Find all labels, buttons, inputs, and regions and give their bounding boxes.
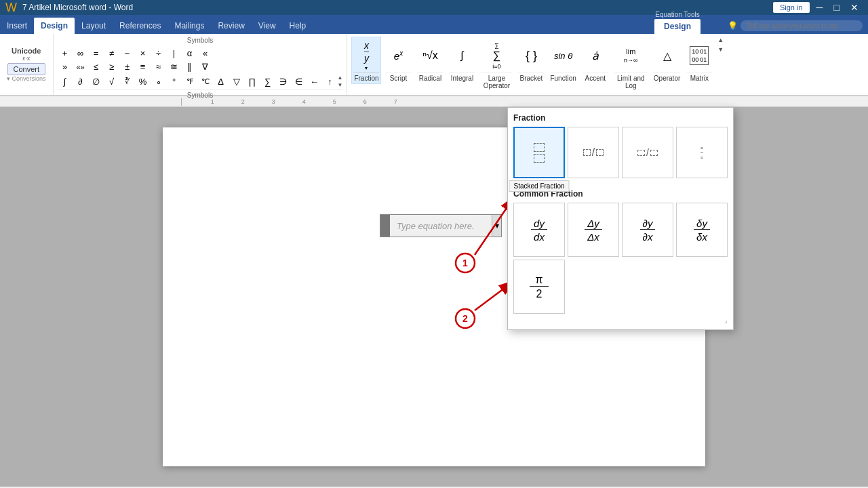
skewed-fraction-tile[interactable]: /: [568, 127, 619, 178]
sym-sum[interactable]: ∑: [260, 75, 275, 88]
ribbon-tab-layout[interactable]: Layout: [75, 18, 113, 34]
ribbon-tab-review[interactable]: Review: [211, 18, 251, 34]
equation-handle[interactable]: [380, 215, 390, 237]
tell-me-input[interactable]: [741, 20, 863, 31]
delta-small-y-x-tile[interactable]: δy δx: [676, 203, 728, 257]
integral-label: Integral: [449, 73, 475, 82]
sym-celsius[interactable]: ℃: [198, 75, 213, 88]
sym-uarr[interactable]: ↑: [323, 75, 338, 88]
sym-ldaq[interactable]: «: [198, 47, 213, 60]
symbols-label: Symbols: [58, 89, 343, 99]
matrix-label: Matrix: [686, 73, 712, 82]
large-operator-label: LargeOperator: [481, 73, 512, 89]
sym-alpha[interactable]: α: [182, 47, 197, 60]
limit-log-struct[interactable]: limn→∞ Limit andLog: [612, 37, 650, 92]
linear-fraction-tile[interactable]: /: [622, 127, 673, 178]
operator-struct[interactable]: △ Operator: [652, 37, 682, 84]
equation-container: Type equation here. ▾: [380, 214, 502, 237]
small-fraction-tile[interactable]: ▫ ▫: [676, 127, 728, 178]
sym-geq[interactable]: ≥: [104, 60, 119, 73]
ribbon-tab-help[interactable]: Help: [283, 18, 313, 34]
sym-eq[interactable]: =: [89, 47, 104, 60]
fraction-struct[interactable]: x y ▾ Fraction: [351, 37, 381, 84]
accent-label: Accent: [583, 73, 608, 82]
sym-nabla2[interactable]: ▽: [229, 75, 244, 88]
struct-scroll-down[interactable]: ▼: [717, 46, 724, 53]
dy-dx-tile[interactable]: dy dx: [513, 203, 565, 257]
sym-ni[interactable]: ∋: [276, 75, 291, 88]
sym-div[interactable]: ÷: [151, 47, 166, 60]
sym-approx[interactable]: ≈: [151, 60, 166, 73]
sym-rdaq[interactable]: »: [58, 60, 73, 73]
sym-cbrt[interactable]: ∛: [120, 75, 135, 88]
panel-resize-handle[interactable]: ⌟: [513, 317, 728, 324]
symbols-scroll-down[interactable]: ▼: [338, 82, 343, 88]
pi-2-tile[interactable]: π 2: [513, 260, 565, 314]
equation-tools-label: Equation Tools: [655, 11, 699, 18]
sym-larr[interactable]: ←: [307, 75, 322, 88]
sym-tilde[interactable]: ~: [120, 47, 135, 60]
ribbon-tab-mailings[interactable]: Mailings: [167, 18, 211, 34]
bracket-label: Bracket: [518, 73, 544, 82]
partial-y-partial-x-tile[interactable]: ∂y ∂x: [622, 203, 673, 257]
equation-input[interactable]: Type equation here.: [390, 217, 492, 235]
function-label: Function: [550, 73, 576, 82]
convert-button[interactable]: Convert: [7, 63, 46, 75]
matrix-struct[interactable]: 1001 0001 Matrix: [684, 37, 714, 84]
script-label: Script: [385, 73, 411, 82]
sym-inf[interactable]: ∞: [73, 47, 88, 60]
sym-dbar[interactable]: ‖: [182, 60, 197, 73]
title-bar-text: 7 Artikel Microsoft word - Word: [22, 3, 133, 12]
sym-sqrt[interactable]: √: [104, 75, 119, 88]
fraction-dropdown-panel: Fraction Stacked Fraction /: [507, 107, 734, 330]
struct-scroll-up[interactable]: ▲: [717, 37, 724, 43]
ribbon-tab-references[interactable]: References: [113, 18, 167, 34]
integral-struct[interactable]: ∫ Integral: [447, 37, 477, 84]
sym-int[interactable]: ∫: [58, 75, 73, 88]
sym-times[interactable]: ×: [136, 47, 151, 60]
sym-in[interactable]: ∈: [292, 75, 307, 88]
function-struct[interactable]: sin θ Function: [548, 37, 578, 84]
sym-fahr[interactable]: ℉: [182, 75, 197, 88]
radical-struct[interactable]: ⁿ√x Radical: [415, 37, 445, 84]
symbols-scroll-up[interactable]: ▲: [338, 75, 343, 81]
ribbon-tab-insert[interactable]: Insert: [0, 18, 34, 34]
sym-compose[interactable]: ∘: [151, 75, 166, 88]
sym-degree[interactable]: °: [167, 75, 182, 88]
sym-equiv2[interactable]: ≅: [167, 60, 182, 73]
bracket-struct[interactable]: { } Bracket: [516, 37, 546, 84]
sym-equiv[interactable]: ≡: [136, 60, 151, 73]
ribbon-tab-design[interactable]: Design: [34, 18, 75, 34]
sym-empty[interactable]: ∅: [89, 75, 104, 88]
sym-plusminus[interactable]: ±: [120, 60, 135, 73]
operator-label: Operator: [654, 73, 680, 82]
sym-neq[interactable]: ≠: [104, 47, 119, 60]
sym-nabla[interactable]: ∇: [198, 60, 213, 73]
large-operator-struct[interactable]: ∑∑i=0 LargeOperator: [479, 37, 514, 92]
convert-group: Unicode ε·x Convert ▾ Conversions: [0, 34, 54, 95]
radical-label: Radical: [417, 73, 443, 82]
fraction-section-title: Fraction: [513, 113, 728, 123]
document-area: Type equation here. ▾ Fraction Stacked F…: [0, 107, 868, 487]
stacked-fraction-tile[interactable]: Stacked Fraction: [513, 127, 565, 178]
equation-scrollbar[interactable]: ▾: [492, 215, 501, 237]
limit-log-label: Limit andLog: [614, 73, 648, 89]
sym-delta[interactable]: Δ: [214, 75, 229, 88]
fraction-label: Fraction: [353, 73, 379, 82]
symbols-group: Symbols + ∞ = ≠ ~ × ÷ | α « » «» ≤ ≥ ± ≡…: [54, 34, 348, 95]
delta-y-delta-x-tile[interactable]: Δy Δx: [568, 203, 619, 257]
signin-button[interactable]: Sign in: [773, 2, 810, 13]
sym-raquo[interactable]: «»: [73, 60, 88, 73]
sym-partial[interactable]: ∂: [73, 75, 88, 88]
ribbon-tab-view[interactable]: View: [252, 18, 283, 34]
sym-prod[interactable]: ∏: [245, 75, 260, 88]
accent-struct[interactable]: ȧ Accent: [580, 37, 610, 84]
structures-group: x y ▾ Fraction ex Script ⁿ√x Radical ∫: [347, 34, 729, 95]
sym-percent[interactable]: %: [136, 75, 151, 88]
ribbon-tab-eq-design[interactable]: Design: [654, 19, 701, 34]
script-struct[interactable]: ex Script: [383, 37, 413, 84]
sym-vbar[interactable]: |: [167, 47, 182, 60]
sym-leq[interactable]: ≤: [89, 60, 104, 73]
common-fraction-section-title: Common Fraction: [513, 189, 728, 199]
sym-plus[interactable]: +: [58, 47, 73, 60]
